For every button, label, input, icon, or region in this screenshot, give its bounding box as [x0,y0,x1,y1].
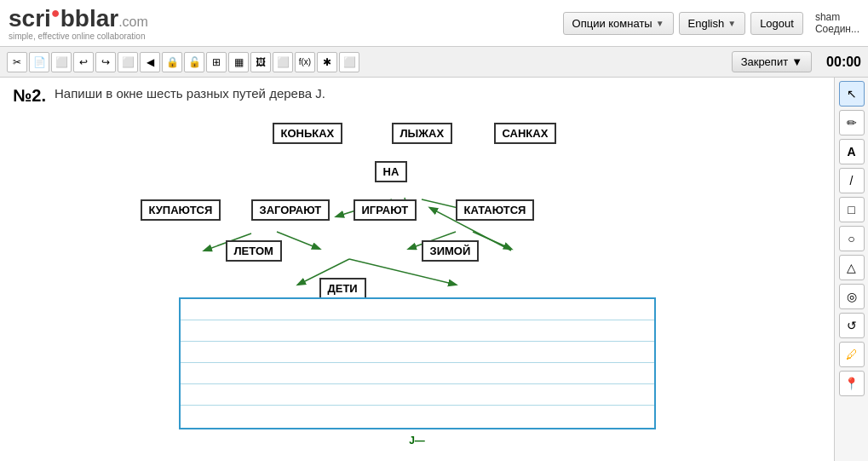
write-area[interactable] [179,297,656,429]
clear-tool[interactable]: ⬜ [118,52,138,72]
table-tool[interactable]: ▦ [228,52,249,72]
word-konjkah: КОНЬКАХ [273,123,343,144]
write-line-6 [181,406,654,427]
task-text: Напиши в окне шесть разных путей дерева … [55,86,325,101]
room-options-arrow-icon: ▼ [656,19,664,28]
language-arrow-icon: ▼ [727,19,736,28]
triangle-tool[interactable]: △ [839,255,865,280]
rotate-tool[interactable]: ↺ [839,313,865,338]
redo-tool[interactable]: ↪ [95,52,116,72]
undo-tool[interactable]: ↩ [73,52,94,72]
user-info: sham Соедин... [815,11,859,35]
task-label: №2. Напиши в окне шесть разных путей дер… [13,86,821,106]
header-controls: Опции комнаты ▼ English ▼ Logout sham Со… [563,11,859,35]
word-lyzah: ЛЫЖАХ [392,123,453,144]
write-line-3 [181,342,654,363]
right-sidebar: ↖ ✏ A / □ ○ △ ◎ ↺ 🖊 📍 [834,78,868,461]
back-tool[interactable]: ◀ [140,52,160,72]
logo-title: scri●bblar.com [9,5,148,31]
word-kupayutsya: КУПАЮТСЯ [141,199,221,221]
write-line-1 [181,299,654,320]
logout-button[interactable]: Logout [750,12,803,35]
pin-tool[interactable]: 📍 [839,371,865,396]
word-letom: ЛЕТОМ [226,240,282,262]
pin-button[interactable]: Закрепит ▼ [732,51,812,72]
j-label: J— [409,435,425,447]
line-tool[interactable]: / [839,168,865,193]
cursor-tool[interactable]: ↖ [839,81,865,107]
special-tool[interactable]: ✱ [317,52,337,72]
main-area: №2. Напиши в окне шесть разных путей дер… [0,78,868,461]
highlight-tool[interactable]: 🖊 [839,342,865,367]
word-deti: ДЕТИ [319,278,366,299]
lock-tool[interactable]: 🔒 [162,52,182,72]
word-igrayut: ИГРАЮТ [354,199,417,221]
new-tool[interactable]: 📄 [29,52,49,72]
unlock-tool[interactable]: 🔓 [184,52,204,72]
text-tool[interactable]: A [839,139,865,164]
grid-tool[interactable]: ⊞ [206,52,227,72]
ellipse-tool[interactable]: ○ [839,226,865,251]
room-options-button[interactable]: Опции комнаты ▼ [563,12,674,35]
timer-display: 00:00 [819,55,861,70]
word-zimoy: ЗИМОЙ [422,240,480,262]
select-tool[interactable]: ⬜ [273,52,293,72]
formula-tool[interactable]: f(x) [295,52,315,72]
word-zagoraut: ЗАГОРАЮТ [251,199,331,221]
write-line-4 [181,363,654,384]
task-number: №2. [13,86,46,106]
word-tree-diagram: КОНЬКАХ ЛЫЖАХ САНКАХ НА КУПАЮТСЯ ЗАГОРАЮ… [141,114,694,293]
copy-tool[interactable]: ⬜ [51,52,72,72]
cut-tool[interactable]: ✂ [7,52,27,72]
word-sankah: САНКАХ [494,123,557,144]
header: scri●bblar.com simple, effective online … [0,0,868,47]
word-na: НА [375,161,408,182]
image-tool[interactable]: 🖼 [250,52,271,72]
logo-subtitle: simple, effective online collaboration [9,32,148,41]
word-katayutsya: КАТАЮТСЯ [456,199,535,221]
canvas: №2. Напиши в окне шесть разных путей дер… [0,78,834,461]
write-line-5 [181,384,654,406]
frame-tool[interactable]: ⬜ [339,52,359,72]
pin-arrow-icon: ▼ [791,55,802,68]
svg-line-3 [277,232,319,249]
pencil-tool[interactable]: ✏ [839,110,865,135]
write-line-2 [181,320,654,342]
timer-area: Закрепит ▼ 00:00 [732,51,861,72]
language-button[interactable]: English ▼ [679,12,746,35]
toolbar: ✂ 📄 ⬜ ↩ ↪ ⬜ ◀ 🔒 🔓 ⊞ ▦ 🖼 ⬜ f(x) ✱ ⬜ Закре… [0,47,868,78]
circle-tool[interactable]: ◎ [839,284,865,309]
logo: scri●bblar.com simple, effective online … [9,5,148,40]
rectangle-tool[interactable]: □ [839,197,865,222]
